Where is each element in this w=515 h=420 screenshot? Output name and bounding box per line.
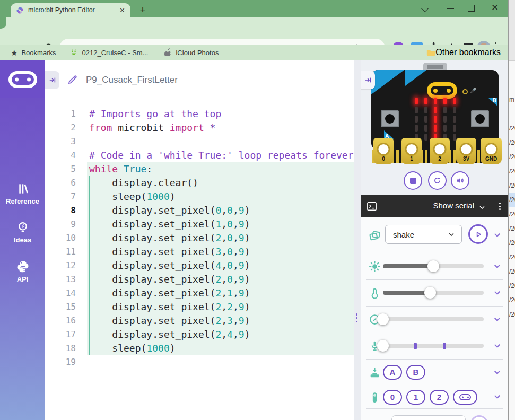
row-expand-chevron-icon[interactable]	[493, 316, 502, 323]
line-number: 4	[45, 148, 76, 162]
sidebar-item-reference[interactable]: Reference	[0, 182, 45, 205]
sim-audio-button[interactable]	[451, 171, 469, 190]
tab-search-chevron-icon[interactable]	[421, 5, 429, 12]
code-line-12[interactable]: 12 display.set_pixel(4,0,9)	[45, 259, 354, 273]
code-line-17[interactable]: 17 display.set_pixel(2,4,9)	[45, 328, 354, 342]
serial-chevron-icon[interactable]	[478, 204, 486, 211]
row-expand-chevron-icon[interactable]	[493, 263, 502, 270]
led-on	[424, 98, 427, 104]
sidebar-expand-button[interactable]	[45, 71, 59, 89]
smiley-icon	[69, 48, 78, 57]
code-line-10[interactable]: 10 display.set_pixel(2,0,9)	[45, 231, 354, 245]
code-line-4[interactable]: 4# Code in a 'while True:' loop repeats …	[45, 148, 354, 162]
board-logo-oval[interactable]	[427, 82, 457, 99]
sim-pin-2[interactable]: 2	[430, 390, 449, 405]
microbit-logo-button[interactable]	[0, 60, 45, 98]
slider-marker	[443, 343, 446, 349]
line-number: 17	[45, 328, 76, 342]
code-line-11[interactable]: 11 display.set_pixel(3,0,9)	[45, 245, 354, 259]
other-bookmarks-button[interactable]: Other bookmarks	[426, 48, 501, 57]
sim-pin-1[interactable]: 1	[406, 390, 425, 405]
sim-button-a[interactable]: A	[383, 365, 402, 380]
simulator-collapse-button[interactable]	[361, 71, 375, 89]
splitter-drag-handle-icon[interactable]	[356, 312, 357, 325]
microphone-slider-thumb[interactable]	[377, 340, 389, 352]
code-line-9[interactable]: 9 display.set_pixel(1,0,9)	[45, 217, 354, 231]
board-button-b[interactable]	[471, 110, 489, 127]
microphone-row	[366, 332, 503, 360]
browser-tab[interactable]: micro:bit Python Editor ✕	[11, 3, 130, 17]
sim-pin-0[interactable]: 0	[383, 390, 402, 405]
code-line-16[interactable]: 16 display.set_pixel(2,3,9)	[45, 314, 354, 328]
code-line-19[interactable]: 19	[45, 355, 354, 369]
compass-slider-track[interactable]	[383, 317, 484, 321]
radio-message-input[interactable]	[391, 415, 466, 420]
led-off	[453, 116, 456, 122]
window-close-button[interactable]: ✕	[491, 2, 499, 13]
led-off	[453, 125, 456, 132]
radio-send-button[interactable]	[470, 415, 488, 420]
play-icon	[474, 230, 483, 239]
code-line-5[interactable]: 5while True:	[45, 162, 354, 176]
project-filename[interactable]: P9_Cusack_FirstLetter	[86, 75, 178, 85]
code-line-13[interactable]: 13 display.set_pixel(2,0,9)	[45, 273, 354, 286]
sim-button-b[interactable]: B	[406, 365, 425, 380]
sidebar-item-api[interactable]: API	[0, 260, 45, 283]
code-line-6[interactable]: 6 display.clear()	[45, 176, 354, 190]
select-chevron-icon	[448, 231, 455, 238]
code-line-3[interactable]: 3	[45, 135, 354, 148]
background-text-fragment: /20	[509, 193, 515, 207]
row-expand-chevron-icon[interactable]	[493, 393, 502, 401]
panel-splitter[interactable]	[354, 60, 361, 420]
code-line-18[interactable]: 18 sleep(1000)	[45, 342, 354, 355]
sim-reset-button[interactable]	[428, 171, 447, 190]
compass-slider-thumb[interactable]	[377, 313, 389, 325]
window-minimize-button[interactable]	[447, 8, 454, 9]
sim-pin-logo[interactable]	[453, 390, 477, 405]
sim-stop-button[interactable]	[404, 171, 422, 190]
bookmark-item-icloud[interactable]: iCloud Photos	[164, 48, 219, 57]
background-window-header	[509, 0, 515, 61]
code-lines[interactable]: 1# Imports go at the top2from microbit i…	[45, 107, 354, 369]
microphone-slider-track[interactable]	[383, 344, 484, 348]
browser-toolbar: ← → python.microbit.org/v/beta ☆ k	[0, 17, 508, 45]
code-line-15[interactable]: 15 display.set_pixel(2,2,9)	[45, 300, 354, 314]
serial-menu-icon[interactable]	[499, 201, 501, 212]
bookmark-item-cruise[interactable]: 0212_CruiseC - Sm...	[69, 48, 148, 57]
code-line-7[interactable]: 7 sleep(1000)	[45, 190, 354, 204]
code-line-14[interactable]: 14 display.set_pixel(2,1,9)	[45, 286, 354, 300]
row-expand-chevron-icon[interactable]	[493, 369, 502, 377]
mic-label-icon: 🎤	[470, 88, 476, 93]
code-line-1[interactable]: 1# Imports go at the top	[45, 107, 354, 121]
gesture-value: shake	[393, 230, 448, 239]
pin-1: 1	[401, 138, 422, 164]
buttons-row: A B	[366, 359, 503, 386]
expand-right-icon	[49, 76, 56, 84]
new-tab-button[interactable]: +	[137, 4, 149, 16]
code-line-8[interactable]: 8 display.set_pixel(0,0,9)	[45, 204, 354, 217]
row-expand-chevron-icon[interactable]	[493, 232, 502, 239]
tab-close-icon[interactable]: ✕	[119, 7, 125, 14]
show-serial-button[interactable]: Show serial	[433, 201, 474, 210]
edit-filename-icon[interactable]	[67, 74, 78, 85]
row-expand-chevron-icon[interactable]	[493, 343, 502, 350]
star-icon: ★	[11, 49, 18, 57]
bookmark-label: Bookmarks	[21, 49, 56, 57]
row-expand-chevron-icon[interactable]	[493, 290, 502, 297]
pin-2: 2	[430, 138, 450, 164]
thermometer-icon	[368, 286, 381, 300]
code-line-2[interactable]: 2from microbit import *	[45, 121, 354, 135]
code-editor[interactable]: P9_Cusack_FirstLetter 1# Imports go at t…	[45, 60, 354, 420]
light-slider-thumb[interactable]	[427, 260, 439, 272]
board-button-a[interactable]	[381, 110, 399, 127]
temperature-slider-thumb[interactable]	[424, 287, 436, 299]
gesture-select[interactable]: shake	[385, 225, 462, 244]
sidebar-item-ideas[interactable]: Ideas	[0, 221, 45, 244]
gesture-play-button[interactable]	[468, 224, 488, 244]
reference-books-icon	[16, 182, 30, 196]
bookmarks-manager-item[interactable]: ★ Bookmarks	[11, 49, 56, 57]
lightbulb-icon	[16, 221, 30, 234]
window-maximize-button[interactable]	[468, 5, 475, 12]
background-text-fragment: /20	[509, 236, 515, 250]
microbit-editor-page: Reference Ideas API	[0, 60, 508, 420]
